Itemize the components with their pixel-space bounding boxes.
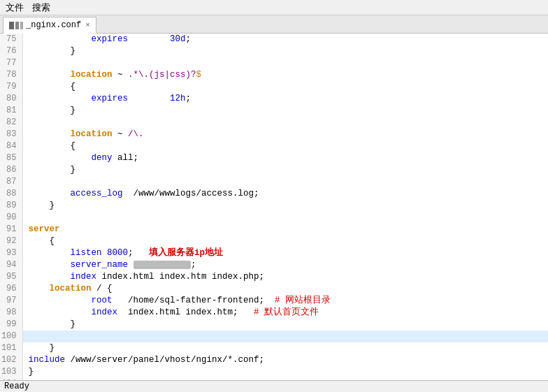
line-number: 96 (0, 283, 22, 295)
line-content: } (22, 366, 548, 378)
line-number: 101 (0, 342, 22, 354)
line-number: 102 (0, 354, 22, 366)
line-content (22, 331, 548, 342)
table-row: 93 listen 8000; 填入服务器ip地址 (0, 247, 548, 259)
table-row: 103} (0, 366, 548, 378)
table-row: 90 (0, 212, 548, 224)
line-content: server (22, 224, 548, 235)
table-row: 101 } (0, 342, 548, 354)
table-row: 100 (0, 331, 548, 342)
tab-label: _nginx.conf (26, 20, 81, 30)
line-content: } (22, 319, 548, 331)
code-table: 75 expires 30d;76 }7778 location ~ .*\.(… (0, 34, 548, 380)
table-row: 82 (0, 117, 548, 129)
line-content: index index.html index.htm; # 默认首页文件 (22, 307, 548, 319)
table-row: 91server (0, 224, 548, 235)
tab-bar: _nginx.conf × (0, 15, 548, 34)
table-row: 85 deny all; (0, 152, 548, 164)
editor-area[interactable]: 75 expires 30d;76 }7778 location ~ .*\.(… (0, 34, 548, 380)
line-number: 99 (0, 319, 22, 331)
table-row: 89 } (0, 200, 548, 212)
line-number: 98 (0, 307, 22, 319)
line-number: 86 (0, 164, 22, 176)
line-number: 78 (0, 69, 22, 81)
table-row: 75 expires 30d; (0, 34, 548, 45)
table-row: 81 } (0, 105, 548, 117)
line-content: root /home/sql-father-frontend; # 网站根目录 (22, 295, 548, 307)
line-number: 103 (0, 366, 22, 378)
line-content (22, 117, 548, 129)
line-content: } (22, 45, 548, 57)
line-number: 95 (0, 271, 22, 283)
line-number: 94 (0, 259, 22, 271)
line-content (22, 212, 548, 224)
line-content: expires 12h; (22, 93, 548, 105)
line-number: 84 (0, 140, 22, 152)
line-number: 83 (0, 129, 22, 140)
table-row: 96 location / { (0, 283, 548, 295)
line-content (22, 176, 548, 188)
line-number: 92 (0, 235, 22, 247)
line-content: { (22, 235, 548, 247)
line-content: include /www/server/panel/vhost/nginx/*.… (22, 354, 548, 366)
table-row: 88 access_log /www/wwwlogs/access.log; (0, 188, 548, 200)
line-number: 93 (0, 247, 22, 259)
line-content: } (22, 105, 548, 117)
table-row: 86 } (0, 164, 548, 176)
menu-file[interactable]: 文件 (6, 1, 24, 14)
line-content: location ~ .*\.(js|css)?$ (22, 69, 548, 81)
line-content: expires 30d; (22, 34, 548, 45)
table-row: 79 { (0, 81, 548, 93)
tab-close-button[interactable]: × (85, 21, 90, 29)
table-row: 92 { (0, 235, 548, 247)
tab-favicon (9, 22, 23, 29)
line-number: 97 (0, 295, 22, 307)
table-row: 78 location ~ .*\.(js|css)?$ (0, 69, 548, 81)
line-number: 81 (0, 105, 22, 117)
table-row: 99 } (0, 319, 548, 331)
line-content: { (22, 140, 548, 152)
table-row: 102include /www/server/panel/vhost/nginx… (0, 354, 548, 366)
table-row: 80 expires 12h; (0, 93, 548, 105)
line-content: access_log /www/wwwlogs/access.log; (22, 188, 548, 200)
table-row: 94 server_name ; (0, 259, 548, 271)
line-content: } (22, 342, 548, 354)
table-row: 83 location ~ /\. (0, 129, 548, 140)
line-content (22, 57, 548, 69)
line-content: server_name ; (22, 259, 548, 271)
line-number: 90 (0, 212, 22, 224)
line-content: deny all; (22, 152, 548, 164)
line-number: 77 (0, 57, 22, 69)
menu-search[interactable]: 搜索 (32, 1, 50, 14)
line-content: location / { (22, 283, 548, 295)
line-number: 87 (0, 176, 22, 188)
line-content: { (22, 81, 548, 93)
line-number: 100 (0, 331, 22, 342)
line-number: 80 (0, 93, 22, 105)
table-row: 95 index index.html index.htm index.php; (0, 271, 548, 283)
line-number: 88 (0, 188, 22, 200)
line-content: } (22, 164, 548, 176)
table-row: 98 index index.html index.htm; # 默认首页文件 (0, 307, 548, 319)
line-number: 85 (0, 152, 22, 164)
table-row: 84 { (0, 140, 548, 152)
table-row: 97 root /home/sql-father-frontend; # 网站根… (0, 295, 548, 307)
line-number: 89 (0, 200, 22, 212)
table-row: 87 (0, 176, 548, 188)
line-number: 79 (0, 81, 22, 93)
table-row: 76 } (0, 45, 548, 57)
editor-tab[interactable]: _nginx.conf × (3, 17, 96, 34)
status-bar: Ready (0, 380, 548, 392)
line-content: listen 8000; 填入服务器ip地址 (22, 247, 548, 259)
table-row: 77 (0, 57, 548, 69)
line-content: location ~ /\. (22, 129, 548, 140)
line-number: 82 (0, 117, 22, 129)
line-number: 76 (0, 45, 22, 57)
line-content: } (22, 200, 548, 212)
menu-bar: 文件 搜索 (0, 0, 548, 15)
line-number: 91 (0, 224, 22, 235)
status-text: Ready (4, 382, 29, 391)
line-content: index index.html index.htm index.php; (22, 271, 548, 283)
line-number: 75 (0, 34, 22, 45)
